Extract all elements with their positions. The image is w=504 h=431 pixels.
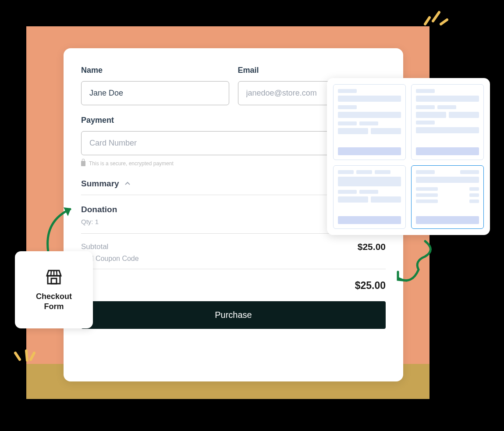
purchase-button[interactable]: Purchase [81, 301, 386, 329]
sparkle-bottom-left [9, 346, 39, 373]
sparkle-top-right [421, 4, 451, 31]
lock-icon [81, 161, 85, 166]
subtotal-label: Subtotal [81, 242, 108, 251]
secure-notice-text: This is a secure, encrypted payment [89, 160, 174, 167]
name-input[interactable] [81, 81, 229, 105]
svg-line-2 [51, 271, 51, 276]
email-label: Email [238, 66, 386, 75]
svg-rect-0 [48, 276, 60, 284]
arrow-left-icon [39, 204, 79, 256]
add-coupon-link[interactable]: Add Coupon Code [81, 255, 386, 263]
templates-panel [327, 78, 490, 235]
total-value: $25.00 [355, 280, 386, 292]
subtotal-row: Subtotal $25.00 [81, 234, 386, 255]
checkout-badge-label: Checkout Form [36, 292, 72, 312]
svg-rect-1 [51, 278, 57, 284]
svg-line-4 [57, 271, 57, 276]
arrow-right-icon [394, 237, 438, 294]
total-row: $25.00 [81, 269, 386, 301]
store-icon [45, 268, 63, 285]
subtotal-value: $25.00 [358, 242, 386, 252]
name-label: Name [81, 66, 229, 75]
checkout-form-badge: Checkout Form [15, 251, 93, 328]
summary-title: Summary [81, 179, 119, 189]
chevron-up-icon [124, 181, 131, 187]
template-option-1[interactable] [333, 84, 406, 160]
template-option-2[interactable] [411, 84, 484, 160]
template-option-4-selected[interactable] [411, 165, 484, 229]
template-option-3[interactable] [333, 165, 406, 229]
